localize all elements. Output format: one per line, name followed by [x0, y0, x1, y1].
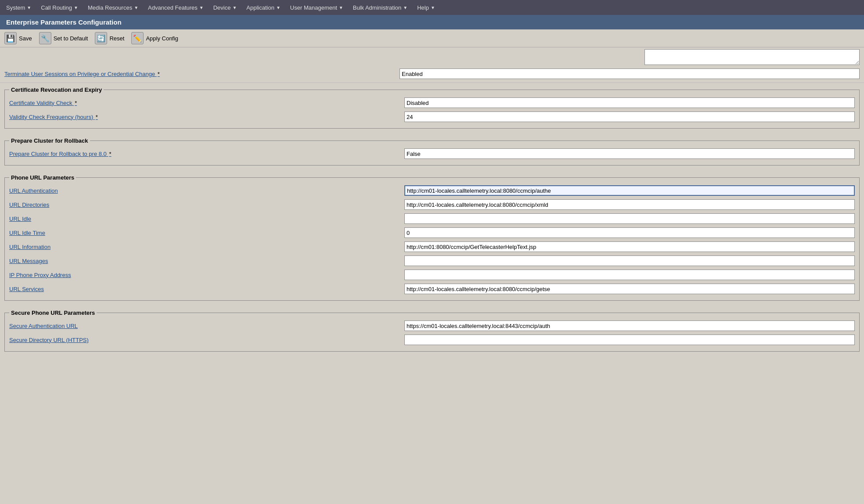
- toolbar: 💾 Save 🔧 Set to Default 🔄 Reset ✏️ Apply…: [0, 29, 864, 47]
- nav-item-application[interactable]: Application ▼: [242, 3, 285, 13]
- nav-system-arrow: ▼: [27, 5, 31, 10]
- url-authentication-row: URL Authentication: [9, 184, 855, 198]
- ip-phone-proxy-input[interactable]: [404, 270, 855, 280]
- terminate-sessions-select[interactable]: Enabled Disabled: [400, 68, 860, 79]
- validity-frequency-input[interactable]: [404, 112, 855, 122]
- nav-advanced-features-arrow: ▼: [199, 5, 204, 10]
- url-messages-input[interactable]: [404, 256, 855, 266]
- nav-bulk-admin-arrow: ▼: [403, 5, 407, 10]
- url-services-input[interactable]: [404, 284, 855, 294]
- nav-bulk-admin-label: Bulk Administration: [353, 4, 402, 11]
- nav-user-mgmt-label: User Management: [290, 4, 337, 11]
- url-authentication-input[interactable]: [404, 185, 855, 196]
- apply-config-label: Apply Config: [146, 35, 178, 42]
- nav-item-user-management[interactable]: User Management ▼: [286, 3, 348, 13]
- top-textarea[interactable]: [644, 49, 860, 65]
- nav-call-routing-label: Call Routing: [41, 4, 72, 11]
- secure-auth-url-row: Secure Authentication URL: [9, 319, 855, 333]
- url-idle-time-row: URL Idle Time: [9, 226, 855, 240]
- validity-frequency-label[interactable]: Validity Check Frequency (hours) *: [9, 114, 404, 120]
- nav-application-arrow: ▼: [276, 5, 281, 10]
- cert-validity-check-select[interactable]: Disabled Enabled: [404, 97, 855, 108]
- cert-revocation-section: Certificate Revocation and Expiry Certif…: [0, 83, 864, 134]
- secure-auth-url-label[interactable]: Secure Authentication URL: [9, 323, 404, 329]
- phone-url-fieldset: Phone URL Parameters URL Authentication …: [4, 174, 860, 301]
- page-title: Enterprise Parameters Configuration: [6, 18, 122, 26]
- ip-phone-proxy-label[interactable]: IP Phone Proxy Address: [9, 272, 404, 278]
- url-idle-label[interactable]: URL Idle: [9, 216, 404, 222]
- secure-auth-url-input[interactable]: [404, 320, 855, 331]
- nav-item-bulk-administration[interactable]: Bulk Administration ▼: [349, 3, 412, 13]
- nav-help-label: Help: [417, 4, 429, 11]
- url-idle-time-input[interactable]: [404, 227, 855, 238]
- url-directories-input[interactable]: [404, 199, 855, 210]
- phone-url-section: Phone URL Parameters URL Authentication …: [0, 171, 864, 306]
- secure-phone-url-section: Secure Phone URL Parameters Secure Authe…: [0, 306, 864, 357]
- phone-url-legend: Phone URL Parameters: [9, 174, 76, 181]
- cluster-rollback-section: Prepare Cluster for Rollback Prepare Clu…: [0, 134, 864, 171]
- nav-application-label: Application: [246, 4, 274, 11]
- nav-media-resources-arrow: ▼: [134, 5, 138, 10]
- cluster-rollback-label[interactable]: Prepare Cluster for Rollback to pre 8.0 …: [9, 151, 404, 157]
- nav-advanced-features-label: Advanced Features: [148, 4, 198, 11]
- url-messages-row: URL Messages: [9, 254, 855, 268]
- apply-config-button[interactable]: ✏️ Apply Config: [131, 32, 178, 44]
- secure-dir-url-input[interactable]: [404, 335, 855, 345]
- cluster-rollback-fieldset: Prepare Cluster for Rollback Prepare Clu…: [4, 137, 860, 166]
- cluster-rollback-select[interactable]: False True: [404, 148, 855, 159]
- secure-dir-url-row: Secure Directory URL (HTTPS): [9, 333, 855, 347]
- url-information-label[interactable]: URL Information: [9, 244, 404, 250]
- cluster-rollback-star: *: [109, 151, 111, 157]
- set-to-default-button[interactable]: 🔧 Set to Default: [39, 32, 88, 44]
- nav-user-mgmt-arrow: ▼: [339, 5, 343, 10]
- page-header: Enterprise Parameters Configuration: [0, 15, 864, 29]
- url-messages-label[interactable]: URL Messages: [9, 258, 404, 264]
- nav-item-advanced-features[interactable]: Advanced Features ▼: [144, 3, 208, 13]
- url-services-row: URL Services: [9, 282, 855, 296]
- nav-item-call-routing[interactable]: Call Routing ▼: [36, 3, 83, 13]
- url-services-label[interactable]: URL Services: [9, 286, 404, 292]
- validity-frequency-row: Validity Check Frequency (hours) *: [9, 110, 855, 124]
- reset-button[interactable]: 🔄 Reset: [95, 32, 124, 44]
- nav-item-media-resources[interactable]: Media Resources ▼: [83, 3, 143, 13]
- nav-call-routing-arrow: ▼: [74, 5, 78, 10]
- apply-config-icon: ✏️: [131, 32, 144, 44]
- cert-revocation-legend: Certificate Revocation and Expiry: [9, 86, 104, 93]
- secure-dir-url-label[interactable]: Secure Directory URL (HTTPS): [9, 337, 404, 343]
- save-button[interactable]: 💾 Save: [4, 32, 32, 44]
- cluster-rollback-row: Prepare Cluster for Rollback to pre 8.0 …: [9, 147, 855, 161]
- reset-icon: 🔄: [95, 32, 107, 44]
- reset-label: Reset: [109, 35, 124, 42]
- nav-media-resources-label: Media Resources: [88, 4, 132, 11]
- save-label: Save: [19, 35, 32, 42]
- validity-frequency-star: *: [96, 114, 98, 120]
- nav-bar: System ▼ Call Routing ▼ Media Resources …: [0, 0, 864, 15]
- url-idle-input[interactable]: [404, 213, 855, 224]
- url-information-input[interactable]: [404, 241, 855, 252]
- save-icon: 💾: [4, 32, 17, 44]
- terminate-sessions-row: Terminate User Sessions on Privilege or …: [4, 67, 860, 81]
- url-directories-row: URL Directories: [9, 198, 855, 212]
- url-information-row: URL Information: [9, 240, 855, 254]
- nav-system-label: System: [6, 4, 25, 11]
- cert-revocation-fieldset: Certificate Revocation and Expiry Certif…: [4, 86, 860, 129]
- cert-validity-check-row: Certificate Validity Check * Disabled En…: [9, 96, 855, 110]
- url-idle-time-label[interactable]: URL Idle Time: [9, 230, 404, 236]
- secure-phone-url-legend: Secure Phone URL Parameters: [9, 310, 97, 316]
- nav-item-device[interactable]: Device ▼: [209, 3, 241, 13]
- nav-item-help[interactable]: Help ▼: [413, 3, 439, 13]
- cert-validity-check-label[interactable]: Certificate Validity Check *: [9, 100, 404, 106]
- cluster-rollback-legend: Prepare Cluster for Rollback: [9, 137, 90, 144]
- nav-device-arrow: ▼: [232, 5, 237, 10]
- url-authentication-label[interactable]: URL Authentication: [9, 187, 404, 194]
- url-directories-label[interactable]: URL Directories: [9, 202, 404, 208]
- secure-phone-url-fieldset: Secure Phone URL Parameters Secure Authe…: [4, 310, 860, 352]
- set-default-icon: 🔧: [39, 32, 51, 44]
- nav-item-system[interactable]: System ▼: [2, 3, 36, 13]
- ip-phone-proxy-row: IP Phone Proxy Address: [9, 268, 855, 282]
- set-to-default-label: Set to Default: [54, 35, 88, 42]
- terminate-sessions-required: *: [158, 71, 160, 77]
- cert-validity-star: *: [75, 100, 77, 106]
- terminate-sessions-label[interactable]: Terminate User Sessions on Privilege or …: [4, 71, 400, 77]
- content-area: Terminate User Sessions on Privilege or …: [0, 47, 864, 357]
